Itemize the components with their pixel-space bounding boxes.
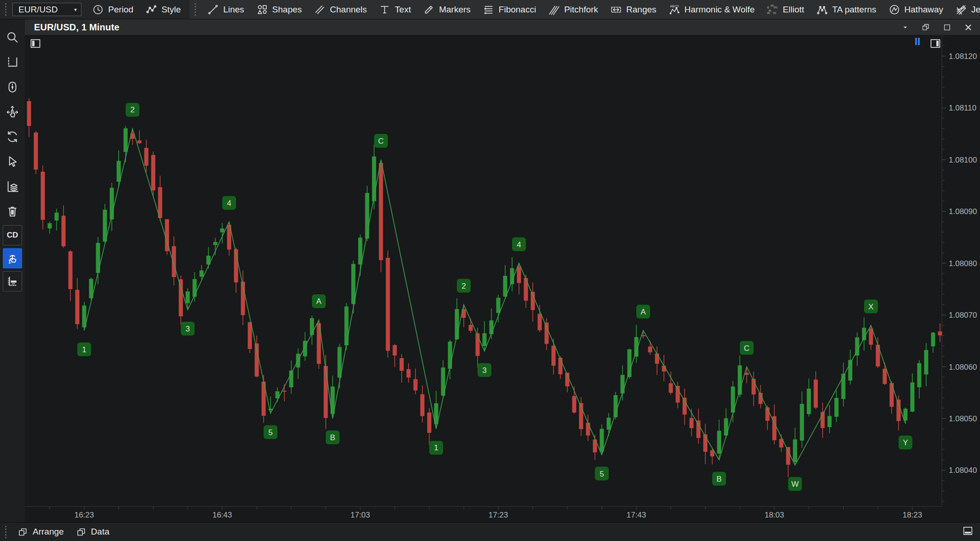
wave-label-badge-x[interactable]: X [864,300,878,314]
window-control-collapse[interactable] [902,24,909,31]
wave-label-badge-3[interactable]: 3 [181,322,195,336]
panel-bottom-icon [962,525,974,537]
toolbar-drag-handle[interactable] [0,3,12,16]
toolbar-drag-handle-2[interactable] [190,3,201,16]
bottom-panel-toggle[interactable] [962,525,974,539]
chart-window-titlebar[interactable]: EUR/USD, 1 Minute [25,19,980,35]
toolbar-button-text[interactable]: Text [373,0,417,19]
svg-text:B: B [716,475,721,483]
svg-text:B: B [330,433,335,442]
symbol-select[interactable]: EUR/USD ▾ [12,3,81,16]
symbol-select-value: EUR/USD [18,5,58,15]
bottom-bar-button-data[interactable]: Data [70,523,115,541]
toolbar-button-label: Channels [330,5,367,15]
toolbar-button-fibonacci[interactable]: Fibonacci [477,0,542,19]
sidebar-tool-pan[interactable] [2,99,23,124]
wave-label-badge-1[interactable]: 1 [429,441,443,454]
toolbar-button-label: Style [161,5,181,15]
bottom-bar-drag-handle[interactable] [0,526,12,538]
text-tool-icon [379,4,391,16]
toolbar-button-lines[interactable]: Lines [201,0,250,19]
toolbar-button-harmonic-wolfe[interactable]: ABCDHarmonic & Wolfe [663,0,761,19]
markers-icon [423,4,435,16]
wave-label-badge-2[interactable]: 2 [457,279,471,293]
toolbar-button-shapes[interactable]: Shapes [250,0,308,19]
toolbar-button-label: Jenkins [971,5,980,15]
window-control-close[interactable] [964,23,973,32]
svg-text:C: C [744,344,749,353]
bottom-bar-button-arrange[interactable]: Arrange [12,523,70,541]
price-chart[interactable]: 1.081201.081101.081001.080901.080801.080… [25,35,980,522]
wave-label-badge-c[interactable]: C [374,134,388,148]
wave-label-badge-4[interactable]: 4 [222,196,236,210]
wave-label-badge-3[interactable]: 3 [478,363,491,377]
pause-indicator[interactable] [912,36,923,49]
x-axis-label: 17:03 [351,511,370,519]
window-control-maximize[interactable] [943,23,951,32]
toolbar-button-label: Period [108,5,133,15]
wave-label-badge-b[interactable]: B [326,430,340,444]
svg-text:W: W [791,480,799,489]
wave-label-badge-5[interactable]: 5 [595,467,609,481]
toolbar-button-period[interactable]: Period [86,0,139,19]
toolbar-button-hathaway[interactable]: Hathaway [882,0,950,19]
sidebar-tool-one-click-trading[interactable]: 1 [3,248,22,268]
sidebar-tool-search[interactable] [2,25,23,50]
svg-text:C: C [378,137,384,145]
sidebar-tool-market-depth[interactable] [3,271,22,291]
panel-left-toggle[interactable] [29,37,42,52]
toolbar-button-style[interactable]: Style [139,0,187,19]
toolbar-button-label: Hathaway [905,5,944,15]
sidebar-tool-price-range[interactable] [2,75,23,99]
ta-patterns-icon [816,4,828,16]
toolbar-button-markers[interactable]: Markers [417,0,477,19]
y-axis-label: 1.08070 [949,311,977,320]
period-clock-icon [92,4,104,16]
search-icon [6,30,19,44]
wave-label-badge-y[interactable]: Y [899,436,912,449]
y-axis-label: 1.08050 [949,414,977,423]
sidebar-tool-layers[interactable] [2,174,23,199]
tap-one-icon: 1 [6,252,19,265]
toolbar-button-label: Fibonacci [499,5,536,15]
sidebar-tool-cursor[interactable] [2,149,23,174]
svg-text:4: 4 [227,199,231,208]
wave-label-badge-1[interactable]: 1 [77,343,91,356]
window-control-restore[interactable] [921,23,930,32]
chart-layout-icon [6,55,19,69]
wave-label-badge-c[interactable]: C [740,341,754,355]
panel-left-icon [29,37,42,50]
sidebar-tool-cd[interactable]: CD [3,225,22,245]
toolbar-button-pitchfork[interactable]: Pitchfork [542,0,604,19]
sidebar-tool-delete[interactable] [2,199,23,224]
svg-text:2: 2 [130,105,134,114]
close-icon [964,23,973,32]
toolbar-button-elliott[interactable]: (III)(IV)(I)(II)(V)(0)Elliott [761,0,810,19]
layers-icon [6,180,19,193]
wave-label-badge-w[interactable]: W [788,477,802,491]
trash-icon [6,204,19,218]
depth-icon [6,275,19,288]
toolbar-button-label: Harmonic & Wolfe [685,5,755,15]
wave-label-badge-a[interactable]: A [636,305,650,319]
svg-text:(I): (I) [767,6,769,9]
panel-right-toggle[interactable] [928,37,942,52]
toolbar-button-jenkins[interactable]: Jenkins [949,0,980,19]
toolbar-group-drawings: LinesShapesChannelsTextMarkersFibonacciP… [190,0,980,19]
wave-label-badge-a[interactable]: A [312,294,326,308]
panel-right-icon [928,37,942,50]
elliott-wave-line[interactable] [84,128,905,465]
window-controls [902,23,973,32]
sidebar-tool-chart-layout[interactable] [2,50,23,75]
cascade-icon [17,526,29,537]
wave-label-badge-2[interactable]: 2 [126,103,139,116]
toolbar-button-ranges[interactable]: Ranges [604,0,663,19]
y-axis-label: 1.08090 [949,207,977,216]
sidebar-tool-refresh[interactable] [2,124,23,149]
wave-label-badge-b[interactable]: B [712,472,726,486]
svg-text:Y: Y [903,438,908,447]
wave-label-badge-5[interactable]: 5 [264,425,277,439]
toolbar-button-channels[interactable]: Channels [308,0,373,19]
toolbar-button-ta-patterns[interactable]: TA patterns [810,0,882,19]
wave-label-badge-4[interactable]: 4 [512,238,526,251]
